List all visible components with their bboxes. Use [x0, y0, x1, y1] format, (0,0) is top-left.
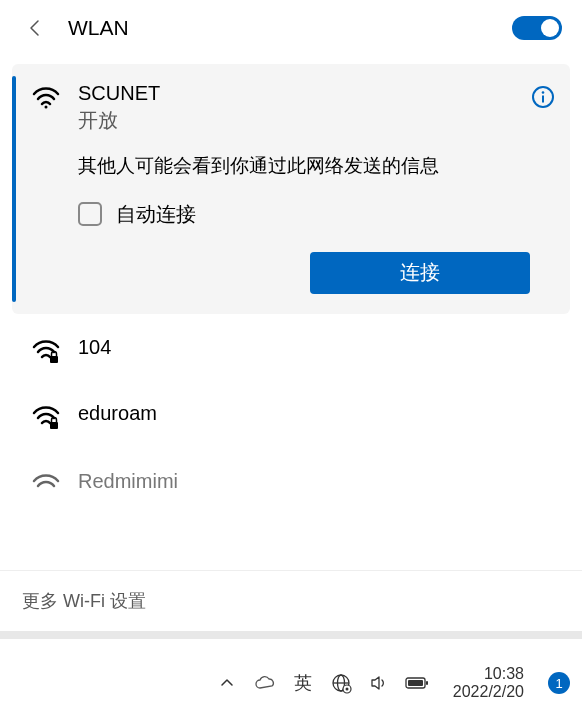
network-info-button[interactable] — [530, 84, 556, 110]
tray-expand-button[interactable] — [215, 671, 239, 695]
taskbar-clock[interactable]: 10:38 2022/2/20 — [453, 665, 524, 702]
panel-title: WLAN — [68, 16, 512, 40]
speaker-icon — [369, 673, 389, 693]
battery-icon — [405, 676, 429, 690]
svg-rect-12 — [408, 680, 423, 686]
wifi-icon — [32, 84, 60, 112]
network-name: SCUNET — [78, 82, 530, 105]
chevron-up-icon — [219, 675, 235, 691]
network-item[interactable]: 104 — [12, 322, 570, 380]
battery-tray-icon[interactable] — [405, 671, 429, 695]
globe-icon — [330, 672, 352, 694]
taskbar: 英 10:38 2022/2/20 — [0, 655, 582, 711]
svg-rect-4 — [50, 356, 58, 363]
network-name: 104 — [78, 336, 556, 359]
arrow-left-icon — [26, 18, 46, 38]
taskbar-separator — [0, 631, 582, 639]
connect-button[interactable]: 连接 — [310, 252, 530, 294]
more-wifi-settings-link[interactable]: 更多 Wi-Fi 设置 — [0, 570, 582, 631]
network-item[interactable]: eduroam — [12, 388, 570, 446]
wifi-toggle[interactable] — [512, 16, 562, 40]
wifi-secured-icon — [32, 472, 60, 500]
network-name: Redmimimi — [78, 470, 556, 493]
network-tray-icon[interactable] — [329, 671, 353, 695]
auto-connect-checkbox[interactable] — [78, 202, 102, 226]
network-item-selected[interactable]: SCUNET 开放 其他人可能会看到你通过此网络发送的信息 自动连接 连接 — [12, 64, 570, 314]
notification-badge[interactable]: 1 — [548, 672, 570, 694]
svg-rect-13 — [426, 681, 428, 685]
cloud-icon — [254, 675, 276, 691]
auto-connect-row: 自动连接 — [78, 201, 530, 228]
open-network-warning: 其他人可能会看到你通过此网络发送的信息 — [78, 154, 530, 179]
network-status: 开放 — [78, 107, 530, 134]
wifi-panel-header: WLAN — [0, 0, 582, 56]
volume-tray-icon[interactable] — [367, 671, 391, 695]
wifi-secured-icon — [32, 338, 60, 366]
info-icon — [531, 85, 555, 109]
network-name: eduroam — [78, 402, 556, 425]
svg-rect-3 — [542, 96, 544, 103]
ime-indicator[interactable]: 英 — [291, 671, 315, 695]
auto-connect-label: 自动连接 — [116, 201, 196, 228]
network-item[interactable]: Redmimimi — [12, 456, 570, 514]
back-button[interactable] — [20, 12, 52, 44]
taskbar-time: 10:38 — [484, 665, 524, 683]
svg-point-2 — [542, 91, 545, 94]
svg-rect-5 — [50, 422, 58, 429]
taskbar-date: 2022/2/20 — [453, 683, 524, 701]
network-info: SCUNET 开放 其他人可能会看到你通过此网络发送的信息 自动连接 连接 — [78, 82, 530, 294]
network-list: SCUNET 开放 其他人可能会看到你通过此网络发送的信息 自动连接 连接 — [0, 56, 582, 570]
svg-point-0 — [45, 106, 48, 109]
system-tray: 英 10:38 2022/2/20 — [215, 665, 570, 702]
onedrive-tray-icon[interactable] — [253, 671, 277, 695]
selection-indicator — [12, 76, 16, 302]
wifi-secured-icon — [32, 404, 60, 432]
svg-point-10 — [345, 688, 348, 691]
